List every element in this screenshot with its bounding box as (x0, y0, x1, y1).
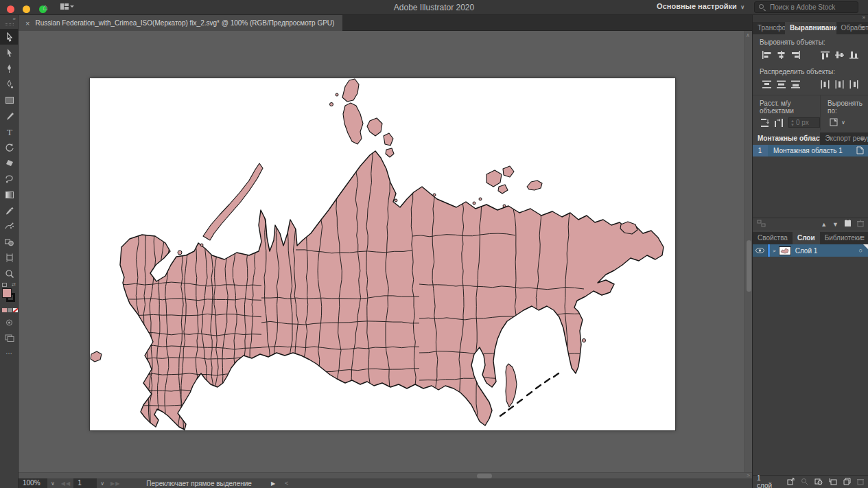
toolbar-grip[interactable] (5, 23, 14, 25)
align-to-label: Выровнять по: (821, 95, 868, 116)
tab-artboards[interactable]: Монтажные области (753, 132, 820, 145)
color-button[interactable] (2, 308, 7, 312)
screen-mode-button[interactable] (0, 330, 19, 346)
align-right-button[interactable] (788, 49, 803, 61)
eraser-tool[interactable] (0, 155, 19, 171)
selection-tool[interactable] (0, 29, 19, 45)
distribute-v-space-button[interactable] (760, 118, 770, 128)
new-layer-icon[interactable] (843, 478, 851, 487)
align-panel-tabs: Трансфо Выравнивание Обработ ≡ (753, 22, 868, 34)
artboard-row[interactable]: 1 Монтажная область 1 (753, 145, 868, 156)
artboard-dropdown-icon[interactable]: ∨ (97, 480, 108, 487)
stock-search-input[interactable]: Поиск в Adobe Stock (754, 1, 858, 13)
zoom-dropdown-icon[interactable]: ∨ (47, 480, 58, 487)
symbol-sprayer-tool[interactable] (0, 218, 19, 234)
scroll-right-icon[interactable]: > (747, 472, 750, 478)
workspace-switcher[interactable]: Основные настройки ∨ (657, 2, 744, 10)
zoom-tool[interactable] (0, 266, 19, 281)
swap-colors-icon[interactable]: ⇄ (12, 282, 16, 288)
move-artboard-down-icon[interactable]: ▼ (832, 221, 838, 228)
new-sublayer-icon[interactable] (829, 478, 837, 487)
align-panel-menu-icon[interactable]: ≡ (860, 22, 865, 34)
rectangle-tool[interactable] (0, 92, 19, 108)
curvature-tool[interactable] (0, 76, 19, 92)
artboard-name[interactable]: Монтажная область 1 (768, 147, 856, 154)
distribute-left-button[interactable] (818, 78, 832, 91)
horizontal-scrollbar[interactable]: > (19, 472, 752, 478)
layers-panel-tabs: Свойства Слои Библиотеки ≡ (753, 232, 868, 244)
status-hint: Переключает прямое выделение (146, 480, 252, 487)
collect-for-export-icon[interactable] (787, 478, 795, 487)
distribute-bottom-button[interactable] (788, 78, 803, 91)
right-panel-dock: » Трансфо Выравнивание Обработ ≡ Выровня… (752, 15, 868, 488)
tab-align[interactable]: Выравнивание (785, 22, 836, 34)
fill-swatch[interactable] (2, 288, 12, 298)
canvas-area[interactable] (19, 31, 744, 472)
delete-layer-icon (857, 478, 864, 487)
close-tab-icon[interactable]: × (25, 19, 30, 27)
edit-toolbar-button[interactable]: … (0, 346, 18, 360)
tab-properties[interactable]: Свойства (753, 232, 793, 244)
stepper-chevrons-icon[interactable]: ▲▼ (789, 119, 796, 127)
distribute-center-v-button[interactable] (774, 78, 788, 91)
collapse-panels-icon[interactable]: » (863, 14, 865, 21)
expand-tools-icon[interactable]: » (13, 16, 16, 22)
default-colors-icon[interactable] (2, 283, 7, 287)
tab-transform[interactable]: Трансфо (753, 22, 785, 34)
artboard-nav-field[interactable]: 1 (73, 478, 97, 488)
zoom-level-field[interactable]: 100% (19, 478, 47, 488)
layer-row[interactable]: > Слой 1 ○ (753, 244, 868, 257)
artboard-tool[interactable] (0, 250, 19, 266)
gradient-tool[interactable] (0, 187, 19, 202)
layer-thumbnail[interactable] (779, 246, 791, 255)
vertical-scroll-thumb[interactable] (747, 240, 751, 292)
horizontal-scroll-thumb[interactable] (477, 474, 492, 478)
lasso-tool[interactable] (0, 171, 19, 187)
align-to-dropdown[interactable]: ∨ (829, 117, 868, 127)
distribute-center-h-button[interactable] (832, 78, 847, 91)
panel-collapse-chevron-icon[interactable]: ∧ (746, 32, 750, 38)
fill-stroke-widget[interactable]: ⇄ (0, 284, 19, 307)
make-clipping-mask-icon[interactable] (814, 478, 823, 487)
type-tool[interactable]: T (0, 124, 19, 139)
first-artboard-button[interactable]: ◀◀ (58, 480, 73, 487)
align-middle-v-button[interactable] (832, 49, 847, 61)
move-artboard-up-icon[interactable]: ▲ (821, 221, 827, 228)
direct-selection-tool[interactable] (0, 45, 19, 60)
tab-layers[interactable]: Слои (793, 232, 820, 244)
align-bottom-button[interactable] (847, 49, 861, 61)
document-tab[interactable]: × Russian Federation_with_Crimea_ISO(Мер… (19, 15, 342, 31)
artboard[interactable] (90, 78, 675, 430)
align-left-button[interactable] (760, 49, 774, 61)
align-center-h-button[interactable] (774, 49, 788, 61)
shape-builder-tool[interactable] (0, 234, 19, 250)
drawing-modes-button[interactable] (0, 314, 19, 330)
layers-panel-menu-icon[interactable]: ≡ (860, 232, 865, 244)
russia-map[interactable] (90, 78, 675, 430)
locate-object-icon (801, 478, 808, 487)
none-button[interactable] (13, 308, 18, 312)
paintbrush-tool[interactable] (0, 108, 19, 124)
status-options-icon[interactable]: ▶ (271, 480, 275, 487)
layer-expand-chevron-icon[interactable]: > (770, 248, 779, 254)
titlebar: ⌂ Adobe Illustrator 2020 Основные настро… (0, 0, 868, 15)
rearrange-artboards-icon (757, 220, 766, 229)
pen-tool[interactable] (0, 60, 19, 76)
tab-libraries[interactable]: Библиотеки (820, 232, 867, 244)
spacing-value-stepper[interactable]: ▲▼ 0 px (788, 117, 820, 128)
vertical-scrollbar[interactable]: ∧ (744, 31, 752, 472)
spacing-label: Расст. м/у объектами (753, 95, 820, 116)
rotate-tool[interactable] (0, 139, 19, 155)
distribute-top-button[interactable] (760, 78, 774, 91)
layer-name[interactable]: Слой 1 (791, 247, 859, 255)
distribute-h-space-button[interactable] (774, 118, 784, 128)
artboard-page-icon[interactable] (856, 146, 868, 156)
eyedropper-tool[interactable] (0, 202, 19, 218)
layer-visibility-toggle[interactable] (753, 244, 768, 257)
align-top-button[interactable] (818, 49, 832, 61)
new-artboard-icon[interactable] (844, 220, 852, 229)
distribute-right-button[interactable] (847, 78, 861, 91)
last-artboard-button[interactable]: ▶▶ (108, 480, 123, 487)
artboards-panel-menu-icon[interactable]: ≡ (860, 132, 865, 145)
gradient-button[interactable] (8, 308, 12, 312)
